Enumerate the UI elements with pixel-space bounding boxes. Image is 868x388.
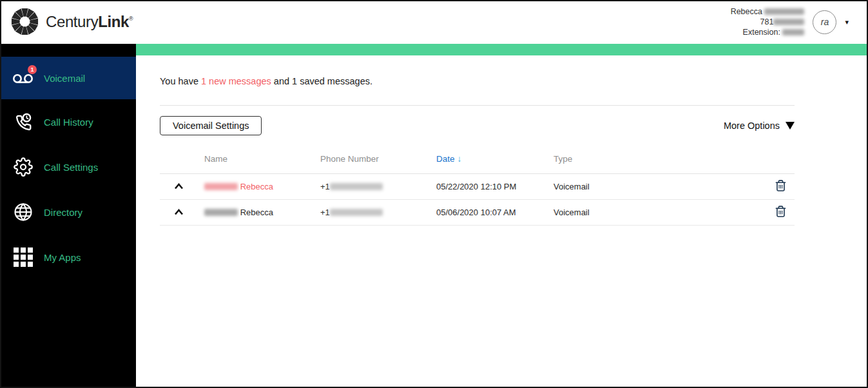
account-area: Rebecca 781 Extension: ra ▾ xyxy=(731,6,849,37)
voicemail-table: Name Phone Number Date↓ Type Rebecca +1 … xyxy=(160,144,795,226)
trash-icon xyxy=(775,179,787,192)
sidebar-item-label: Call Settings xyxy=(44,162,98,173)
my-apps-icon xyxy=(11,247,35,267)
column-header-phone[interactable]: Phone Number xyxy=(320,154,436,164)
caller-first-name: Rebecca xyxy=(240,182,273,191)
account-info: Rebecca 781 Extension: xyxy=(731,6,805,37)
phone-number-cell: +1 xyxy=(320,182,436,191)
date-cell: 05/06/2020 10:07 AM xyxy=(436,208,554,217)
table-row[interactable]: Rebecca +1 05/06/2020 10:07 AM Voicemail xyxy=(160,200,795,226)
sidebar-item-label: My Apps xyxy=(44,252,81,263)
chevron-up-icon xyxy=(174,183,184,189)
summary-prefix: You have xyxy=(160,76,198,86)
voicemail-count-badge: 1 xyxy=(28,65,37,74)
account-extension-redacted xyxy=(782,29,804,35)
top-header: CenturyLink® Rebecca 781 Extension: ra ▾ xyxy=(1,1,867,44)
account-first-name: Rebecca xyxy=(731,7,762,16)
phone-redacted xyxy=(330,209,383,216)
account-lastname-redacted xyxy=(764,8,804,15)
avatar[interactable]: ra xyxy=(813,10,836,34)
phone-number-cell: +1 xyxy=(320,208,436,217)
voicemail-settings-button[interactable]: Voicemail Settings xyxy=(160,116,262,135)
more-options-label: More Options xyxy=(724,121,780,131)
divider xyxy=(160,105,795,106)
lastname-redacted xyxy=(204,209,238,216)
sidebar-nav: 1 Voicemail Call History Call Sett xyxy=(1,44,136,387)
phone-redacted xyxy=(330,183,383,190)
date-header-label: Date xyxy=(436,154,455,164)
main-content: You have 1 new messages and 1 saved mess… xyxy=(136,55,867,387)
account-phone-redacted xyxy=(773,19,804,25)
toolbar: Voicemail Settings More Options xyxy=(160,116,795,135)
sidebar-item-call-history[interactable]: Call History xyxy=(1,99,136,144)
sidebar-item-label: Directory xyxy=(44,207,82,218)
sidebar-item-label: Call History xyxy=(44,117,93,128)
centurylink-logo: CenturyLink® xyxy=(10,6,133,37)
table-header-row: Name Phone Number Date↓ Type xyxy=(160,144,795,174)
account-menu-caret-icon[interactable]: ▾ xyxy=(845,18,849,26)
type-cell: Voicemail xyxy=(554,208,766,217)
account-phone: 781 xyxy=(731,17,805,27)
sidebar-item-call-settings[interactable]: Call Settings xyxy=(1,144,136,189)
more-options-button[interactable]: More Options xyxy=(724,121,795,131)
delete-voicemail-button[interactable] xyxy=(773,204,788,221)
lastname-redacted xyxy=(204,183,238,190)
sidebar-item-voicemail[interactable]: 1 Voicemail xyxy=(1,57,136,99)
caller-name-cell: Rebecca xyxy=(204,208,320,217)
caller-name-cell: Rebecca xyxy=(204,182,320,191)
sort-descending-icon: ↓ xyxy=(458,154,462,164)
phone-prefix: +1 xyxy=(320,208,330,217)
type-cell: Voicemail xyxy=(554,182,766,191)
message-summary: You have 1 new messages and 1 saved mess… xyxy=(160,76,795,86)
sidebar-item-label: Voicemail xyxy=(44,73,85,84)
account-extension-label: Extension: xyxy=(743,28,780,37)
account-phone-prefix: 781 xyxy=(760,17,774,26)
column-header-type[interactable]: Type xyxy=(554,154,766,164)
brand-wordmark: CenturyLink® xyxy=(46,13,133,31)
brand-century: Century xyxy=(46,13,98,30)
call-settings-icon xyxy=(11,157,35,177)
caller-first-name: Rebecca xyxy=(240,208,273,217)
accent-bar xyxy=(127,44,867,55)
phone-prefix: +1 xyxy=(320,182,330,191)
delete-voicemail-button[interactable] xyxy=(773,178,788,195)
voicemail-icon: 1 xyxy=(11,70,35,86)
registered-trademark: ® xyxy=(129,15,133,22)
trash-icon xyxy=(775,205,787,218)
column-header-name[interactable]: Name xyxy=(204,154,320,164)
summary-suffix: and 1 saved messages. xyxy=(274,76,372,86)
app-window: CenturyLink® Rebecca 781 Extension: ra ▾… xyxy=(0,0,868,388)
account-extension: Extension: xyxy=(731,27,805,37)
account-name: Rebecca xyxy=(731,6,805,17)
call-history-icon xyxy=(11,112,35,131)
expand-row-button[interactable] xyxy=(160,182,204,191)
filter-icon xyxy=(786,122,795,130)
new-messages-link[interactable]: 1 new messages xyxy=(201,76,271,86)
directory-icon xyxy=(11,202,35,222)
centurylink-burst-icon xyxy=(10,6,40,37)
table-row[interactable]: Rebecca +1 05/22/2020 12:10 PM Voicemail xyxy=(160,174,795,200)
date-cell: 05/22/2020 12:10 PM xyxy=(436,182,554,191)
sidebar-item-directory[interactable]: Directory xyxy=(1,189,136,235)
brand-link: Link xyxy=(98,13,129,30)
sidebar-item-my-apps[interactable]: My Apps xyxy=(1,235,136,280)
avatar-initials: ra xyxy=(821,17,829,27)
chevron-up-icon xyxy=(174,209,184,215)
expand-row-button[interactable] xyxy=(160,208,204,217)
column-header-date[interactable]: Date↓ xyxy=(436,154,554,164)
